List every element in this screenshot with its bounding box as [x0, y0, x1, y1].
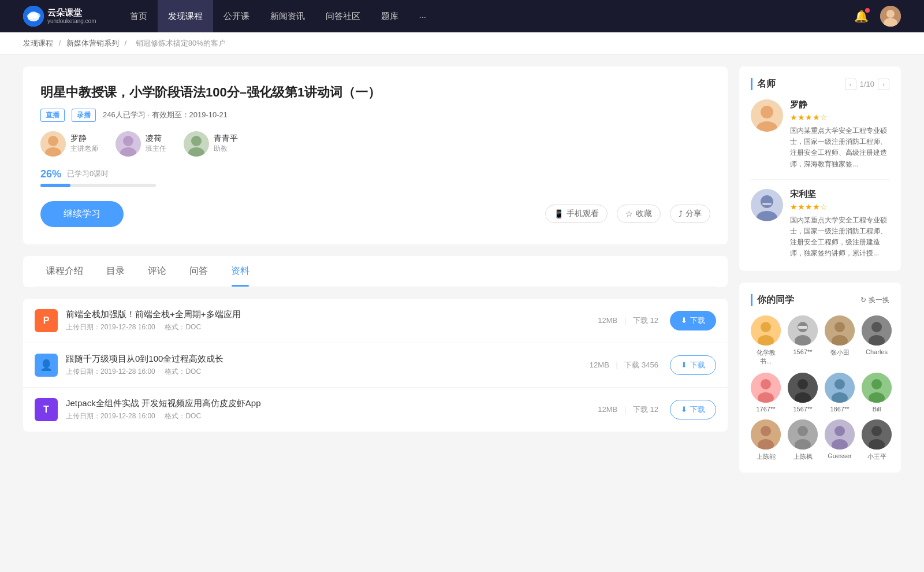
classmate-avatar-0: [751, 315, 781, 346]
favorite-button[interactable]: ☆ 收藏: [617, 205, 661, 223]
classmate-name-5: 1567**: [793, 406, 812, 413]
breadcrumb-discover[interactable]: 发现课程: [23, 39, 53, 47]
classmate-11: 小王平: [862, 419, 892, 461]
share-button[interactable]: ⤴ 分享: [670, 205, 710, 223]
user-avatar-nav[interactable]: [880, 6, 901, 27]
bell-icon[interactable]: 🔔: [854, 9, 869, 23]
svg-point-35: [871, 322, 882, 332]
classmate-name-1: 1567**: [793, 348, 812, 355]
progress-section: 26% 已学习0课时: [40, 168, 710, 187]
download-button-1[interactable]: ⬇ 下载: [670, 355, 716, 375]
nav-open[interactable]: 公开课: [213, 0, 260, 32]
teachers-page: 1/10: [860, 80, 874, 88]
download-icon-2: ⬇: [681, 405, 687, 414]
teacher-name-0: 罗静: [70, 133, 98, 144]
teachers-prev-button[interactable]: ‹: [845, 79, 856, 90]
classmate-6: 1867**: [825, 373, 855, 413]
classmate-7: Bill: [862, 373, 892, 413]
continue-button[interactable]: 继续学习: [40, 201, 124, 227]
download-button-2[interactable]: ⬇ 下载: [670, 400, 716, 419]
nav-more[interactable]: ···: [409, 0, 437, 32]
teacher-card-name-1: 宋利坚: [790, 189, 889, 200]
classmate-avatar-6: [825, 373, 855, 403]
svg-point-4: [29, 12, 38, 18]
svg-point-6: [886, 10, 895, 18]
svg-point-38: [761, 379, 771, 389]
resource-meta-1: 上传日期：2019-12-28 16:00 格式：DOC: [66, 367, 590, 377]
progress-bar-fill: [40, 184, 70, 187]
logo-sub: yundouketang.com: [47, 18, 96, 25]
svg-rect-30: [798, 326, 807, 329]
classmate-grid: 化学教书... 1567** 张小田: [751, 315, 889, 461]
nav-qa[interactable]: 问答社区: [315, 0, 371, 32]
resource-stats-0: 12MB | 下载 12: [598, 315, 658, 326]
download-button-0[interactable]: ⬇ 下载: [670, 311, 716, 330]
tab-qa[interactable]: 问答: [178, 256, 219, 287]
teachers-next-button[interactable]: ›: [878, 79, 889, 90]
classmate-name-0: 化学教书...: [751, 348, 781, 366]
nav-quiz[interactable]: 题库: [371, 0, 409, 32]
svg-rect-23: [762, 203, 772, 205]
resource-stats-2: 12MB | 下载 12: [598, 404, 658, 415]
course-actions: 继续学习 📱 手机观看 ☆ 收藏 ⤴ 分享: [40, 201, 710, 227]
teacher-name-1: 凌荷: [146, 133, 166, 144]
tabs: 课程介绍 目录 评论 问答 资料: [35, 256, 716, 287]
teacher-role-0: 主讲老师: [70, 144, 98, 154]
nav-discover[interactable]: 发现课程: [158, 0, 213, 32]
tabs-container: 课程介绍 目录 评论 问答 资料: [23, 256, 728, 287]
breadcrumb: 发现课程 / 新媒体营销系列 / 销冠修炼术搞定80%的客户: [0, 32, 924, 55]
classmate-name-3: Charles: [866, 348, 888, 355]
resource-item-1: 👤 跟随千万级项目从0到100全过程高效成长 上传日期：2019-12-28 1…: [23, 343, 728, 388]
refresh-classmates-button[interactable]: ↻ 换一换: [860, 295, 889, 305]
classmates-panel-header: 你的同学 ↻ 换一换: [751, 294, 889, 306]
progress-percent: 26%: [40, 168, 61, 180]
teachers-panel-title: 名师: [751, 78, 776, 90]
badge-rec: 录播: [72, 109, 96, 122]
svg-point-44: [834, 379, 845, 389]
resource-icon-0: P: [35, 309, 58, 332]
teacher-role-1: 班主任: [146, 144, 166, 154]
resource-list: P 前端全栈加强版！前端全栈+全周期+多端应用 上传日期：2019-12-28 …: [23, 299, 728, 432]
classmate-avatar-5: [788, 373, 818, 403]
resource-stats-1: 12MB | 下载 3456: [590, 360, 658, 370]
tab-intro[interactable]: 课程介绍: [35, 256, 95, 287]
classmate-name-2: 张小田: [830, 348, 850, 357]
classmate-avatar-2: [825, 315, 855, 346]
logo-main: 云朵课堂: [47, 8, 96, 18]
svg-point-18: [761, 106, 773, 118]
nav-home[interactable]: 首页: [120, 0, 158, 32]
teacher-avatar-2: [184, 131, 209, 157]
teacher-card-name-0: 罗静: [790, 99, 889, 110]
breadcrumb-series[interactable]: 新媒体营销系列: [66, 39, 119, 47]
svg-point-25: [761, 322, 771, 332]
teacher-stars-1: ★★★★☆: [790, 202, 889, 211]
teacher-stars-0: ★★★★☆: [790, 113, 889, 122]
logo[interactable]: 云朵课堂 yundouketang.com: [23, 6, 96, 27]
left-panel: 明星中教授课，小学阶段语法100分–强化级第1讲动词（一） 直播 录播 246人…: [23, 66, 728, 484]
classmate-name-11: 小王平: [867, 452, 886, 461]
teacher-avatar-0: [40, 131, 66, 157]
classmate-avatar-11: [862, 419, 892, 450]
classmate-name-4: 1767**: [756, 406, 775, 413]
tab-review[interactable]: 评论: [136, 256, 178, 287]
resource-icon-2: T: [35, 398, 58, 421]
svg-point-41: [798, 379, 808, 389]
classmate-avatar-3: [862, 315, 892, 346]
teacher-card-1: 宋利坚 ★★★★☆ 国内某重点大学安全工程专业硕士，国家一级注册消防工程师、注册…: [751, 189, 889, 259]
classmate-avatar-9: [788, 419, 818, 450]
teacher-name-2: 青青平: [214, 133, 238, 144]
classmate-0: 化学教书...: [751, 315, 781, 366]
classmate-name-6: 1867**: [830, 406, 849, 413]
resource-meta-2: 上传日期：2019-12-28 16:00 格式：DOC: [66, 411, 598, 421]
course-title: 明星中教授课，小学阶段语法100分–强化级第1讲动词（一）: [40, 84, 710, 102]
tab-resources[interactable]: 资料: [219, 256, 261, 287]
tab-catalog[interactable]: 目录: [95, 256, 136, 287]
classmate-name-9: 上陈枫: [793, 452, 813, 461]
nav-news[interactable]: 新闻资讯: [260, 0, 315, 32]
classmate-1: 1567**: [788, 315, 818, 366]
teacher-1: 凌荷 班主任: [116, 131, 166, 157]
classmate-avatar-10: [825, 419, 855, 450]
progress-label: 已学习0课时: [67, 169, 109, 179]
mobile-watch-button[interactable]: 📱 手机观看: [545, 205, 608, 223]
classmate-8: 上陈能: [751, 419, 781, 461]
